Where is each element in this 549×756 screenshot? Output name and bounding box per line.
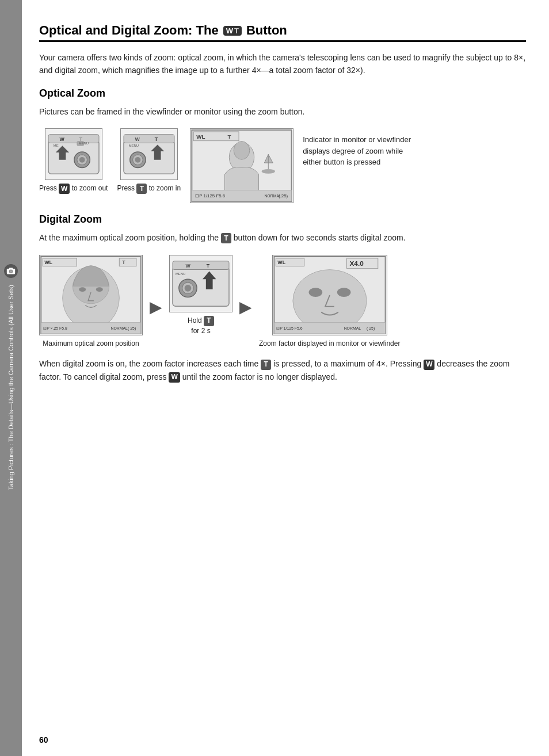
- svg-text:NORMAL: NORMAL: [111, 326, 128, 330]
- camera-icon: [4, 264, 18, 278]
- arrow-2: ▶: [239, 286, 252, 316]
- optical-zoom-body: Pictures can be framed in the viewfinder…: [39, 105, 526, 118]
- svg-point-29: [234, 142, 250, 160]
- indicator-text: Indicator in monitor or viewfinder displ…: [303, 128, 418, 168]
- svg-point-11: [79, 157, 85, 163]
- svg-text:NORMAL: NORMAL: [344, 326, 361, 330]
- svg-text:T: T: [228, 133, 231, 140]
- svg-point-65: [308, 288, 322, 297]
- max-optical-item: WL T: [39, 255, 143, 349]
- svg-text:MENU: MENU: [79, 142, 89, 146]
- page-number: 60: [39, 735, 48, 744]
- zoom-factor-diagram: WL X4.0: [272, 255, 387, 335]
- svg-text:T: T: [155, 136, 158, 142]
- svg-text:⊡P  1/125  F5.6: ⊡P 1/125 F5.6: [276, 326, 302, 330]
- max-optical-label: Maximum optical zoom position: [43, 339, 139, 349]
- bottom-text: When digital zoom is on, the zoom factor…: [39, 357, 526, 383]
- t-badge-hold: T: [204, 316, 214, 326]
- svg-text:X4.0: X4.0: [349, 259, 364, 267]
- svg-text:WL: WL: [277, 259, 285, 265]
- hold-t-diagram: W T MENU: [169, 255, 232, 312]
- press-w-label: Press W to zoom out: [39, 184, 108, 194]
- hold-label: Hold T for 2 s: [188, 316, 214, 336]
- viewfinder-diagram: WL T ⊡P 1/125 F5.6: [190, 128, 293, 203]
- max-optical-diagram: WL T: [39, 255, 143, 335]
- optical-zoom-row: W T ME MENU: [39, 128, 526, 203]
- svg-rect-3: [9, 268, 13, 269]
- svg-text:T: T: [79, 136, 82, 142]
- press-w-item: W T ME MENU: [39, 128, 108, 194]
- sidebar: Taking Pictures : The Details—Using the …: [0, 0, 22, 756]
- svg-text:MENU: MENU: [129, 144, 139, 147]
- svg-point-32: [262, 169, 276, 174]
- svg-point-2: [10, 270, 12, 272]
- sidebar-text: Taking Pictures : The Details—Using the …: [7, 282, 15, 492]
- digital-zoom-header: Digital Zoom: [39, 213, 526, 226]
- arrow-1: ▶: [150, 286, 162, 316]
- svg-point-66: [337, 288, 351, 297]
- svg-text:WL: WL: [196, 133, 205, 140]
- hold-t-item: W T MENU Hold T for 2 s: [169, 255, 232, 336]
- svg-text:W: W: [59, 136, 64, 142]
- viewfinder-item: WL T ⊡P 1/125 F5.6: [190, 128, 293, 203]
- svg-rect-16: [124, 135, 174, 143]
- svg-text:T: T: [122, 259, 125, 265]
- t-letter: T: [234, 26, 239, 35]
- svg-text:ME: ME: [54, 144, 59, 147]
- svg-text:⊡P  1/125  F5.6: ⊡P 1/125 F5.6: [195, 193, 225, 198]
- w-badge-bottom: W: [424, 360, 434, 370]
- svg-point-22: [135, 157, 140, 163]
- svg-text:( 25): ( 25): [367, 326, 375, 331]
- svg-text:MENU: MENU: [176, 272, 185, 276]
- svg-text:W: W: [186, 262, 191, 268]
- svg-text:( 25): ( 25): [279, 193, 288, 198]
- svg-text:T: T: [207, 262, 210, 268]
- w-badge-cancel: W: [169, 372, 180, 383]
- svg-rect-5: [48, 135, 99, 143]
- optical-zoom-header: Optical Zoom: [39, 87, 526, 100]
- intro-text: Your camera offers two kinds of zoom: op…: [39, 51, 526, 77]
- main-content: Optical and Digital Zoom: The W T Button…: [22, 0, 549, 756]
- svg-point-44: [79, 287, 86, 292]
- press-w-diagram: W T ME MENU: [45, 128, 102, 180]
- zoom-factor-item: WL X4.0: [259, 255, 400, 349]
- page-title: Optical and Digital Zoom: The W T Button: [39, 23, 526, 42]
- zoom-factor-label: Zoom factor displayed in monitor or view…: [259, 339, 400, 349]
- svg-text:( 25): ( 25): [128, 326, 136, 331]
- svg-point-45: [96, 287, 103, 292]
- w-badge: W: [59, 184, 70, 194]
- press-t-item: W T MENU Press T to zoom in: [117, 128, 181, 194]
- svg-text:⊡P  ×.25  F5.8: ⊡P ×.25 F5.8: [43, 326, 67, 330]
- svg-text:WL: WL: [44, 259, 52, 265]
- svg-text:W: W: [135, 136, 140, 142]
- press-t-diagram: W T MENU: [120, 128, 178, 180]
- t-badge-bottom: T: [261, 360, 271, 370]
- title-text: Optical and Digital Zoom: The: [39, 23, 219, 38]
- wt-button-badge: W T: [223, 26, 242, 36]
- press-t-label: Press T to zoom in: [117, 184, 181, 194]
- page-wrapper: Taking Pictures : The Details—Using the …: [0, 0, 549, 756]
- t-badge: T: [136, 184, 147, 194]
- title-suffix: Button: [246, 23, 287, 38]
- digital-zoom-row: WL T: [39, 255, 526, 349]
- digital-zoom-body: At the maximum optical zoom position, ho…: [39, 231, 526, 244]
- t-badge-dz: T: [221, 233, 231, 243]
- svg-rect-51: [173, 261, 229, 269]
- svg-point-57: [185, 285, 192, 292]
- w-letter: W: [226, 26, 233, 35]
